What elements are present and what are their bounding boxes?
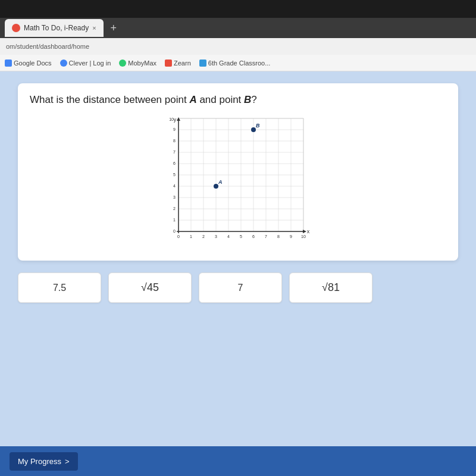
svg-text:1: 1 — [190, 234, 192, 239]
svg-text:4: 4 — [173, 184, 176, 188]
svg-text:0: 0 — [173, 229, 176, 233]
tab-favicon — [12, 24, 20, 32]
address-text: om/student/dashboard/home — [6, 43, 89, 50]
svg-text:5: 5 — [173, 173, 176, 177]
question-card: What is the distance between point A and… — [18, 83, 458, 261]
svg-text:2: 2 — [173, 206, 176, 211]
point-a-dot — [214, 184, 218, 189]
browser-chrome: Math To Do, i-Ready × + om/student/dashb… — [0, 18, 476, 71]
point-a-text: A — [218, 179, 223, 185]
bookmark-clever[interactable]: Clever | Log in — [60, 60, 111, 67]
bookmark-google-docs[interactable]: Google Docs — [5, 60, 52, 67]
coordinate-graph: y x 0 1 2 3 4 5 6 7 8 9 10 0 — [161, 115, 315, 246]
my-progress-label: My Progress — [18, 457, 61, 466]
svg-text:6: 6 — [252, 234, 255, 239]
graph-container: y x 0 1 2 3 4 5 6 7 8 9 10 0 — [30, 115, 446, 246]
svg-text:10: 10 — [169, 117, 174, 121]
answer-choice-4-label: √81 — [322, 281, 340, 293]
svg-text:9: 9 — [173, 127, 176, 131]
svg-text:7: 7 — [265, 234, 267, 239]
svg-text:0: 0 — [177, 234, 180, 239]
svg-text:6: 6 — [173, 161, 176, 165]
bookmark-clever-label: Clever | Log in — [69, 60, 111, 67]
bookmark-mobymax-label: MobyMax — [128, 60, 156, 67]
y-axis-label: y — [174, 117, 177, 123]
my-progress-button[interactable]: My Progress > — [10, 452, 78, 471]
answer-choice-2-label: √45 — [141, 281, 159, 293]
tab-bar: Math To Do, i-Ready × + — [0, 18, 476, 38]
point-b-dot — [251, 127, 256, 132]
answer-choice-1-label: 7.5 — [53, 283, 66, 293]
bookmark-6th-grade[interactable]: 6th Grade Classroo... — [199, 60, 271, 67]
x-axis-label: x — [307, 228, 310, 234]
svg-text:4: 4 — [227, 234, 230, 239]
point-a-label: A — [189, 94, 196, 105]
tab-label: Math To Do, i-Ready — [24, 24, 89, 32]
bookmark-google-docs-label: Google Docs — [14, 60, 52, 67]
svg-text:9: 9 — [290, 234, 292, 239]
bookmark-mobymax[interactable]: MobyMax — [119, 60, 156, 67]
address-bar[interactable]: om/student/dashboard/home — [0, 38, 476, 55]
answer-choices: 7.5 √45 7 √81 — [18, 273, 458, 303]
svg-text:1: 1 — [173, 218, 176, 222]
question-text: What is the distance between point A and… — [30, 94, 446, 106]
graph-svg: y x 0 1 2 3 4 5 6 7 8 9 10 0 — [161, 115, 315, 246]
point-b-label: B — [244, 94, 251, 105]
bookmark-zearn-label: Zearn — [174, 60, 191, 67]
svg-text:7: 7 — [173, 150, 176, 154]
answer-choice-2[interactable]: √45 — [108, 273, 192, 303]
clever-icon — [60, 60, 67, 67]
main-content: What is the distance between point A and… — [0, 71, 476, 446]
bookmarks-bar: Google Docs Clever | Log in MobyMax Zear… — [0, 55, 476, 71]
answer-choice-3[interactable]: 7 — [199, 273, 282, 303]
new-tab-button[interactable]: + — [106, 22, 122, 35]
mobymax-icon — [119, 60, 126, 67]
question-text-after: ? — [251, 94, 256, 105]
svg-text:8: 8 — [277, 234, 280, 239]
tab-close-button[interactable]: × — [92, 24, 96, 32]
svg-text:5: 5 — [240, 234, 242, 239]
my-progress-arrow: > — [65, 457, 70, 466]
bottom-bar: My Progress > — [0, 446, 476, 476]
answer-choice-1[interactable]: 7.5 — [18, 273, 101, 303]
active-tab[interactable]: Math To Do, i-Ready × — [5, 19, 104, 37]
svg-text:10: 10 — [301, 234, 306, 239]
google-docs-icon — [5, 60, 12, 67]
question-text-before: What is the distance between point — [30, 94, 189, 105]
svg-marker-26 — [303, 230, 306, 233]
bookmark-6th-grade-label: 6th Grade Classroo... — [208, 60, 271, 67]
top-dark-bar — [0, 0, 476, 18]
svg-text:2: 2 — [202, 234, 205, 239]
answer-choice-4[interactable]: √81 — [289, 273, 372, 303]
svg-text:3: 3 — [215, 234, 217, 239]
zearn-icon — [165, 60, 172, 67]
question-text-middle: and point — [197, 94, 244, 105]
svg-text:8: 8 — [173, 139, 176, 143]
svg-text:3: 3 — [173, 195, 176, 199]
bookmark-zearn[interactable]: Zearn — [165, 60, 191, 67]
answer-choice-3-label: 7 — [238, 283, 243, 293]
6th-grade-icon — [199, 60, 206, 67]
point-b-text: B — [256, 123, 260, 129]
